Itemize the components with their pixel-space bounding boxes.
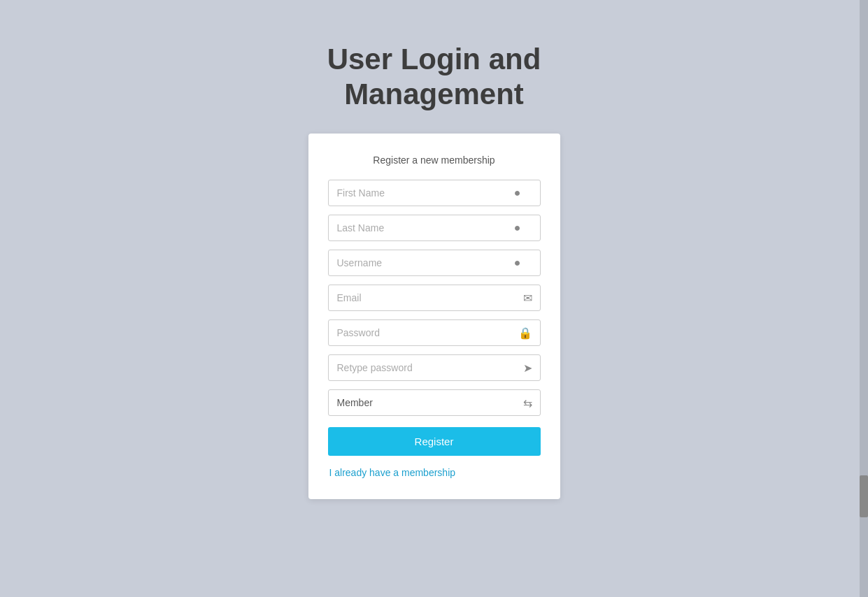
username-input[interactable] (328, 250, 541, 276)
card-subtitle: Register a new membership (328, 154, 541, 166)
already-member-link[interactable]: I already have a membership (328, 467, 541, 478)
username-field-wrapper: ● (328, 250, 541, 276)
password-input[interactable] (328, 319, 541, 346)
user-icon-3: ● (514, 255, 532, 270)
scrollbar-thumb[interactable] (860, 475, 868, 517)
retype-icon: ➤ (523, 361, 532, 374)
email-input[interactable] (328, 285, 541, 311)
retype-password-field-wrapper: ➤ (328, 354, 541, 381)
first-name-field-wrapper: ● (328, 180, 541, 206)
register-button[interactable]: Register (328, 427, 541, 456)
email-field-wrapper: ✉ (328, 285, 541, 311)
page-title: User Login and Management (327, 42, 541, 113)
password-field-wrapper: 🔒 (328, 319, 541, 346)
retype-password-input[interactable] (328, 354, 541, 381)
email-icon: ✉ (523, 291, 532, 304)
registration-card: Register a new membership ● ● ● ✉ 🔒 ➤ Me… (308, 134, 560, 499)
lock-icon: 🔒 (518, 326, 532, 339)
first-name-input[interactable] (328, 180, 541, 206)
last-name-field-wrapper: ● (328, 215, 541, 241)
role-select[interactable]: Member Admin Moderator (328, 389, 541, 416)
user-icon-2: ● (514, 220, 532, 235)
user-icon: ● (514, 185, 532, 200)
role-select-wrapper: Member Admin Moderator ⇆ (328, 389, 541, 416)
scrollbar-track[interactable] (860, 0, 868, 597)
last-name-input[interactable] (328, 215, 541, 241)
